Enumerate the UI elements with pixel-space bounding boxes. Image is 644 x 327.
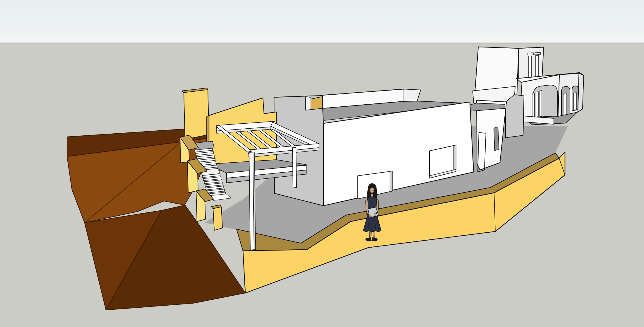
tower-slot-cap-2: [535, 52, 540, 55]
stair-wall-d-face: [213, 207, 222, 230]
figure-pleat-2: [372, 219, 372, 231]
door-jamb: [390, 171, 392, 192]
tower-slot-cap-1: [528, 53, 533, 55]
figure-leg-right: [373, 232, 375, 238]
figure-face: [370, 188, 374, 193]
tower-slot-2: [536, 55, 539, 78]
roof-tan-block: [311, 97, 322, 110]
figure-eye-left: [371, 190, 371, 191]
window-jamb-right: [454, 145, 456, 172]
model-viewport[interactable]: [0, 0, 644, 327]
figure-watch: [376, 212, 377, 214]
rear-right-face: [506, 95, 524, 138]
pergola-post-right: [292, 147, 297, 188]
loggia-right-end-face: [578, 73, 584, 112]
back-wall-upper-face: [184, 90, 209, 139]
scene-root: [0, 0, 644, 327]
figure-eye-right: [373, 190, 374, 191]
arch-column-3: [540, 91, 542, 117]
figure-leg-left: [369, 232, 371, 238]
model-viewport-stage: [0, 0, 644, 327]
roof-white-strip: [306, 97, 311, 110]
figure-hand-right: [374, 214, 376, 216]
arch-column-2: [536, 92, 538, 117]
tower-slot-1: [529, 56, 532, 79]
small-arch-2-pillar: [573, 93, 576, 110]
arch-column-1: [532, 93, 535, 117]
sky: [0, 0, 644, 43]
rear-slot-window: [494, 127, 499, 151]
small-arch-1-pillar: [563, 94, 567, 116]
